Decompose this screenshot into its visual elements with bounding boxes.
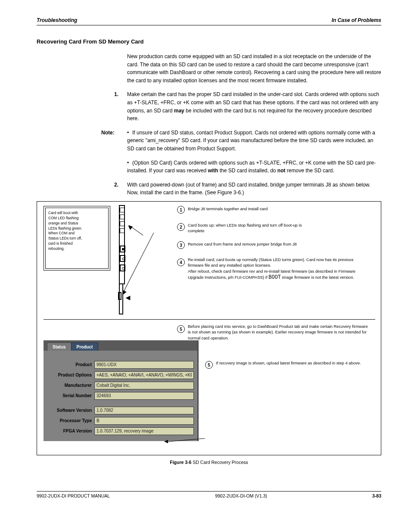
note-label: Note:: [101, 129, 127, 153]
options-field[interactable]: [94, 371, 194, 379]
tab-status[interactable]: Status: [47, 342, 72, 351]
step-3-label: Remove card from frame and remove jumper…: [188, 241, 317, 247]
step-5b-label: If recovery image is shown, upload lates…: [216, 360, 371, 366]
step-5a-label: Before placing card into service, go to …: [188, 324, 369, 341]
step-1-label: Bridge J8 terminals together and install…: [188, 206, 300, 212]
page-footer: 9902-2UDX-DI PRODUCT MANUAL 9902-2UDX-DI…: [37, 491, 381, 498]
header-topic: In Case of Problems: [332, 17, 381, 23]
serial-field[interactable]: [94, 392, 194, 400]
product-label: Product: [47, 362, 94, 367]
product-field[interactable]: [94, 361, 194, 369]
swver-label: Software Version: [47, 408, 94, 413]
proc-label: Processor Type: [47, 418, 94, 423]
figure-box: Card will boot with COM LED flashing ora…: [37, 201, 381, 455]
header-section: Troubleshooting: [37, 17, 77, 23]
options-label: Product Options: [47, 373, 94, 377]
section-heading: Recovering Card From SD Memory Card: [37, 38, 381, 45]
step-2-marker: 2: [177, 223, 185, 231]
figure-divider: [44, 319, 375, 320]
step-5b-marker: 5: [205, 361, 213, 369]
fpga-label: FPGA Version: [47, 429, 94, 433]
paragraph-intro: New production cards come equipped with …: [127, 53, 381, 84]
note-1: •If unsure of card SD status, contact Pr…: [127, 129, 381, 153]
card-note-box: Card will boot with COM LED flashing ora…: [44, 206, 110, 271]
product-panel: Status Product Product Product Options M…: [44, 340, 199, 441]
list-number-2: 2.: [114, 181, 127, 197]
step-5a-marker: 5: [177, 325, 185, 333]
step-2-label: Card boots up; when LEDs stop flashing a…: [188, 222, 313, 234]
serial-label: Serial Number: [47, 393, 94, 398]
manufacturer-label: Manufacturer: [47, 383, 94, 388]
j8-arrow-icon: ◄: [124, 293, 132, 302]
fpga-field[interactable]: [94, 427, 194, 435]
proc-field[interactable]: [94, 417, 194, 425]
step-4-marker: 4: [177, 258, 185, 266]
step-4-label: Re-install card; card boots up normally …: [188, 257, 369, 281]
header-rule: [37, 25, 381, 25]
footer-left: 9902-2UDX-DI PRODUCT MANUAL: [37, 493, 110, 498]
footer-right: 3-83: [372, 493, 381, 498]
list-number-1: 1.: [114, 90, 127, 122]
footer-center: 9902-2UDX-DI-OM (V1.3): [215, 493, 267, 498]
figure-caption: Figure 3-6 SD Card Recovery Process: [37, 460, 381, 465]
manufacturer-field[interactable]: [94, 382, 194, 389]
step-1-marker: 1: [177, 206, 185, 214]
step-2-text: With card powered-down (out of frame) an…: [127, 181, 381, 197]
step-1-text: Make certain the card has the proper SD …: [127, 90, 381, 122]
pcb-diagram: ◄: [119, 205, 131, 315]
tab-product[interactable]: Product: [71, 342, 99, 351]
step-3-marker: 3: [177, 241, 185, 249]
note-2: •(Option SD Card) Cards ordered with opt…: [127, 159, 381, 175]
arrow-icon: [164, 440, 168, 443]
tab-bar: Status Product: [44, 340, 197, 351]
swver-field[interactable]: [94, 407, 194, 414]
